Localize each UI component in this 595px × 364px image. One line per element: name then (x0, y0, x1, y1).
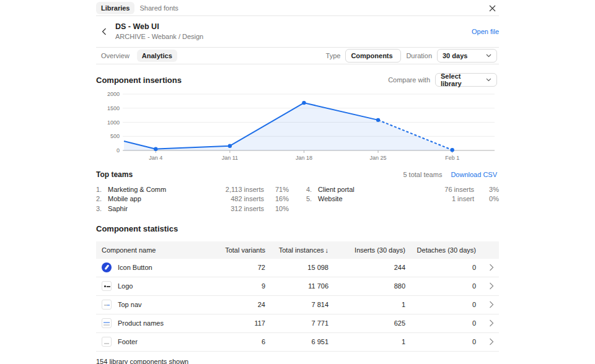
team-row: 1. Marketing & Comm 2,113 inserts 71% (96, 184, 289, 194)
component-statistics-table: Component name Total variants Total inst… (96, 241, 499, 352)
team-rank: 2. (96, 195, 108, 202)
insertions-title: Component insertions (96, 76, 182, 85)
team-inserts: 2,113 inserts (226, 186, 264, 193)
svg-text:Jan 4: Jan 4 (149, 155, 162, 161)
chevron-right-icon[interactable] (489, 301, 494, 308)
component-table-row[interactable]: Logo 9 11 706 880 0 (96, 277, 499, 296)
col-detaches[interactable]: Detaches (30 days) (405, 246, 476, 254)
component-inserts: 1 (328, 338, 405, 345)
component-table-row[interactable]: Icon Button 72 15 098 244 0 (96, 259, 499, 277)
tab-shared-fonts[interactable]: Shared fonts (134, 2, 183, 14)
team-percent: 0% (474, 195, 499, 202)
close-icon[interactable] (487, 2, 498, 14)
svg-text:0: 0 (117, 147, 120, 154)
team-percent: 71% (264, 186, 289, 193)
library-panel: Libraries Shared fonts DS - Web UI ARCHI… (96, 0, 499, 364)
team-name: Client portal (318, 186, 444, 193)
component-name: Product names (118, 319, 164, 327)
chevron-down-icon (486, 78, 491, 82)
tab-libraries[interactable]: Libraries (96, 2, 134, 14)
svg-text:Jan 25: Jan 25 (370, 155, 387, 161)
team-inserts: 482 inserts (231, 195, 264, 202)
duration-dropdown[interactable]: 30 days (437, 49, 497, 63)
svg-text:1000: 1000 (107, 119, 120, 126)
compare-dropdown-value: Select library (441, 72, 482, 87)
col-inserts[interactable]: Inserts (30 days) (328, 246, 405, 254)
library-title-block: DS - Web UI ARCHIVE - Webank / Design (115, 22, 203, 40)
footer-thumbnail-icon (102, 337, 112, 347)
team-row: 3. Saphir 312 inserts 10% (96, 204, 289, 214)
library-title: DS - Web UI (115, 22, 203, 31)
chevron-right-icon[interactable] (489, 338, 494, 345)
table-body: Icon Button 72 15 098 244 0 Logo 9 11 70… (96, 259, 499, 352)
component-total-variants: 9 (201, 282, 265, 290)
duration-dropdown-value: 30 days (443, 52, 467, 59)
component-total-instances: 11 706 (265, 282, 328, 290)
compare-label: Compare with (388, 76, 430, 84)
panel-tabbar: Libraries Shared fonts (96, 0, 499, 16)
icon-button-thumbnail-icon (102, 262, 112, 272)
component-total-instances: 6 951 (265, 338, 328, 345)
top-nav-thumbnail-icon (102, 300, 112, 310)
compare-controls: Compare with Select library (388, 73, 499, 87)
svg-text:500: 500 (110, 133, 120, 139)
component-table-row[interactable]: Product names 117 7 771 625 0 (96, 314, 499, 333)
chevron-right-icon[interactable] (489, 264, 494, 271)
svg-text:Jan 18: Jan 18 (296, 155, 312, 161)
component-total-variants: 72 (201, 264, 265, 271)
chevron-right-icon[interactable] (489, 319, 494, 327)
team-row: 2. Mobile app 482 inserts 16% (96, 194, 289, 204)
team-rank: 5. (306, 195, 318, 202)
chevron-left-icon (102, 28, 107, 35)
tab-overview[interactable]: Overview (96, 50, 134, 62)
component-table-row[interactable]: Footer 6 6 951 1 0 (96, 333, 499, 352)
tab-analytics[interactable]: Analytics (137, 50, 177, 62)
chevron-right-icon[interactable] (489, 282, 494, 290)
open-file-link[interactable]: Open file (472, 28, 499, 35)
component-total-variants: 117 (201, 319, 265, 327)
logo-thumbnail-icon (102, 281, 112, 291)
type-dropdown[interactable]: Components (345, 49, 401, 63)
statistics-title: Component statistics (96, 224, 499, 233)
teams-column-left: 1. Marketing & Comm 2,113 inserts 71% 2.… (96, 184, 289, 214)
team-name: Marketing & Comm (108, 186, 226, 193)
team-name: Mobile app (108, 195, 231, 202)
component-total-instances: 15 098 (265, 264, 328, 271)
component-name: Icon Button (118, 264, 152, 271)
team-row: 4. Client portal 76 inserts 3% (306, 184, 499, 194)
insertions-chart: 0500100015002000Jan 4Jan 11Jan 18Jan 25F… (96, 91, 499, 163)
duration-label: Duration (406, 52, 432, 59)
col-total-instances-label: Total instances (279, 246, 324, 254)
team-inserts: 1 insert (452, 195, 474, 202)
download-csv-link[interactable]: Download CSV (451, 171, 497, 178)
component-inserts: 244 (328, 264, 405, 271)
type-label: Type (326, 52, 341, 59)
component-table-row[interactable]: Top nav 24 7 814 1 0 (96, 296, 499, 314)
component-inserts: 880 (328, 282, 405, 290)
team-rank: 1. (96, 186, 108, 193)
controls-row: Overview Analytics Type Components Durat… (96, 48, 499, 64)
insertions-header: Component insertions Compare with Select… (96, 70, 499, 90)
filter-controls: Type Components Duration 30 days (326, 49, 499, 63)
component-total-instances: 7 814 (265, 301, 328, 308)
component-total-variants: 24 (201, 301, 265, 308)
total-teams-count: 5 total teams (403, 171, 442, 178)
top-teams-header: Top teams 5 total teams Download CSV (96, 168, 499, 181)
team-inserts: 76 inserts (444, 186, 474, 193)
svg-text:2000: 2000 (107, 91, 120, 97)
col-total-instances[interactable]: Total instances↓ (265, 246, 328, 254)
component-name: Top nav (118, 301, 142, 308)
component-name: Logo (118, 282, 133, 290)
component-detaches: 0 (405, 319, 476, 327)
back-button[interactable] (97, 25, 111, 38)
component-inserts: 1 (328, 301, 405, 308)
library-header: DS - Web UI ARCHIVE - Webank / Design Op… (96, 16, 499, 48)
col-total-variants[interactable]: Total variants (201, 246, 265, 254)
team-row: 5. Website 1 insert 0% (306, 194, 499, 204)
component-detaches: 0 (405, 264, 476, 271)
top-teams-title: Top teams (96, 170, 133, 179)
compare-library-dropdown[interactable]: Select library (435, 73, 497, 87)
svg-text:Feb 1: Feb 1 (445, 155, 459, 161)
top-teams-section: Top teams 5 total teams Download CSV 1. … (96, 168, 499, 214)
team-percent: 3% (474, 186, 499, 193)
